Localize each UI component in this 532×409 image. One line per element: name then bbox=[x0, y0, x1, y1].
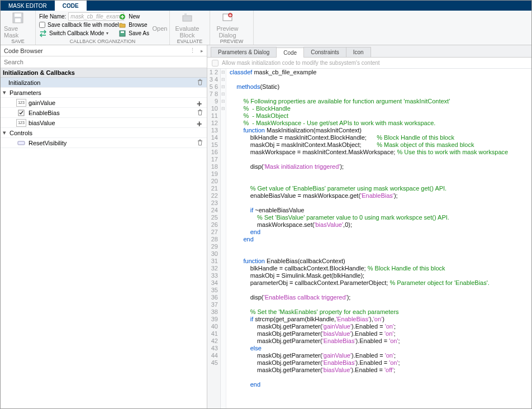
file-name-input[interactable] bbox=[68, 12, 124, 21]
ribbon-group-preview: Preview Dialog PREVIEW bbox=[210, 11, 254, 45]
chevron-down-icon[interactable]: ▾ bbox=[3, 89, 10, 96]
chevron-down-icon[interactable]: ▾ bbox=[3, 129, 10, 136]
group-label-cborg: CALLBACK ORGANIZATION bbox=[36, 39, 169, 44]
evaluate-block-button[interactable]: Evaluate Block bbox=[173, 12, 201, 39]
tab-parameters-dialog[interactable]: Parameters & Dialog bbox=[211, 47, 277, 57]
tabs: Parameters & Dialog Code Constraints Ico… bbox=[207, 45, 531, 58]
fold-gutter[interactable]: ⊟ ⊟ ⊟ ⊟ ⊟ ⊟ bbox=[221, 69, 226, 409]
plus-icon[interactable]: + bbox=[197, 99, 205, 107]
trash-icon[interactable] bbox=[197, 139, 205, 147]
group-label-evaluate: EVALUATE bbox=[170, 39, 210, 44]
title-bar: MASK EDITOR CODE bbox=[1, 1, 531, 11]
chevron-down-icon[interactable]: ▾ bbox=[106, 31, 108, 36]
file-name-label: File Name: bbox=[39, 13, 66, 20]
svg-rect-7 bbox=[184, 13, 187, 15]
svg-rect-2 bbox=[15, 18, 21, 22]
folder-icon bbox=[118, 21, 126, 29]
checkbox-icon bbox=[16, 109, 26, 117]
tree-label: biasValue bbox=[28, 120, 197, 126]
left-panel: Code Browser ⋮ ▸ Initialization & Callba… bbox=[1, 45, 207, 409]
tab-constraints[interactable]: Constraints bbox=[303, 47, 346, 57]
new-button[interactable]: New bbox=[118, 12, 149, 21]
open-label: Open bbox=[153, 25, 168, 32]
tree-label: Controls bbox=[10, 130, 205, 136]
save-as-label: Save As bbox=[129, 30, 149, 36]
section-init-callbacks: Initialization & Callbacks bbox=[1, 68, 207, 78]
tab-code[interactable]: Code bbox=[276, 47, 304, 58]
save-as-button[interactable]: Save As bbox=[118, 29, 149, 37]
numeric-icon: 123 bbox=[16, 119, 26, 127]
code-browser-title: Code Browser bbox=[4, 47, 43, 54]
new-label: New bbox=[129, 13, 140, 20]
preview-label: Preview Dialog bbox=[213, 25, 241, 39]
tree-label: EnableBias bbox=[28, 110, 197, 116]
button-icon bbox=[16, 139, 26, 147]
svg-rect-5 bbox=[121, 31, 124, 33]
tree-label: Parameters bbox=[10, 89, 205, 96]
save-callback-checkbox[interactable] bbox=[39, 22, 45, 28]
group-label-save: SAVE bbox=[1, 39, 35, 44]
tree-row-enablebias[interactable]: EnableBias bbox=[1, 108, 207, 118]
trash-icon[interactable] bbox=[197, 109, 205, 117]
allow-init-checkbox bbox=[212, 60, 218, 66]
line-gutter: 1 2 3 4 5 6 7 8 9 10 11 12 13 14 15 16 1… bbox=[207, 69, 221, 409]
code-browser-header: Code Browser ⋮ ▸ bbox=[1, 45, 207, 56]
tree-row-biasvalue[interactable]: 123 biasValue + bbox=[1, 118, 207, 128]
plus-icon bbox=[118, 13, 126, 21]
ribbon: Save Mask SAVE File Name: Save callback … bbox=[1, 11, 531, 45]
tab-code-top[interactable]: CODE bbox=[55, 1, 87, 11]
panel-menu-icon[interactable]: ⋮ bbox=[189, 47, 196, 54]
browse-label: Browse bbox=[129, 22, 147, 28]
evaluate-label: Evaluate Block bbox=[173, 25, 201, 39]
numeric-icon: 123 bbox=[16, 99, 26, 107]
tree-row-initialization[interactable]: Initialization bbox=[1, 78, 207, 88]
ribbon-group-evaluate: Evaluate Block EVALUATE bbox=[170, 11, 210, 45]
svg-rect-11 bbox=[18, 141, 25, 145]
tree-row-gainvalue[interactable]: 123 gainValue + bbox=[1, 98, 207, 108]
svg-rect-6 bbox=[183, 16, 192, 21]
svg-rect-1 bbox=[15, 13, 21, 17]
allow-init-label: Allow mask initialization code to modify… bbox=[222, 60, 380, 66]
save-as-icon bbox=[118, 30, 126, 37]
tree-label: ResetVisibility bbox=[28, 140, 197, 146]
save-mask-label: Save Mask bbox=[4, 25, 32, 39]
search-input[interactable] bbox=[1, 56, 207, 68]
preview-dialog-button[interactable]: Preview Dialog bbox=[213, 12, 241, 39]
tab-icon[interactable]: Icon bbox=[346, 47, 371, 57]
plus-icon[interactable]: + bbox=[197, 119, 205, 127]
code-editor[interactable]: 1 2 3 4 5 6 7 8 9 10 11 12 13 14 15 16 1… bbox=[207, 69, 531, 409]
switch-mode-label[interactable]: Switch Callback Mode bbox=[49, 30, 104, 36]
save-mask-button[interactable]: Save Mask bbox=[4, 12, 32, 39]
trash-icon[interactable] bbox=[197, 79, 205, 87]
panel-collapse-icon[interactable]: ▸ bbox=[201, 48, 203, 54]
right-panel: Parameters & Dialog Code Constraints Ico… bbox=[207, 45, 531, 409]
tab-mask-editor[interactable]: MASK EDITOR bbox=[1, 1, 55, 11]
tree-row-controls[interactable]: ▾ Controls bbox=[1, 128, 207, 138]
main: Code Browser ⋮ ▸ Initialization & Callba… bbox=[1, 45, 531, 409]
preview-icon bbox=[221, 12, 234, 24]
group-label-preview: PREVIEW bbox=[210, 39, 253, 44]
title-strip bbox=[87, 1, 531, 11]
code-area[interactable]: classdef mask_cb_file_example methods(St… bbox=[226, 69, 531, 409]
tree-label: Initialization bbox=[8, 79, 197, 86]
tree-label: gainValue bbox=[28, 99, 197, 106]
save-callback-label: Save callback file with model bbox=[48, 22, 119, 28]
eval-icon bbox=[181, 12, 193, 24]
switch-mode-icon bbox=[39, 30, 47, 37]
tree-row-resetvisibility[interactable]: ResetVisibility bbox=[1, 138, 207, 148]
open-button[interactable]: Open bbox=[151, 11, 168, 37]
save-icon bbox=[12, 12, 24, 24]
ribbon-group-save: Save Mask SAVE bbox=[1, 11, 36, 45]
browse-button[interactable]: Browse bbox=[118, 21, 149, 29]
tree-row-parameters[interactable]: ▾ Parameters bbox=[1, 88, 207, 98]
ribbon-group-cborg: File Name: Save callback file with model… bbox=[36, 11, 170, 45]
allow-init-row: Allow mask initialization code to modify… bbox=[207, 58, 531, 69]
